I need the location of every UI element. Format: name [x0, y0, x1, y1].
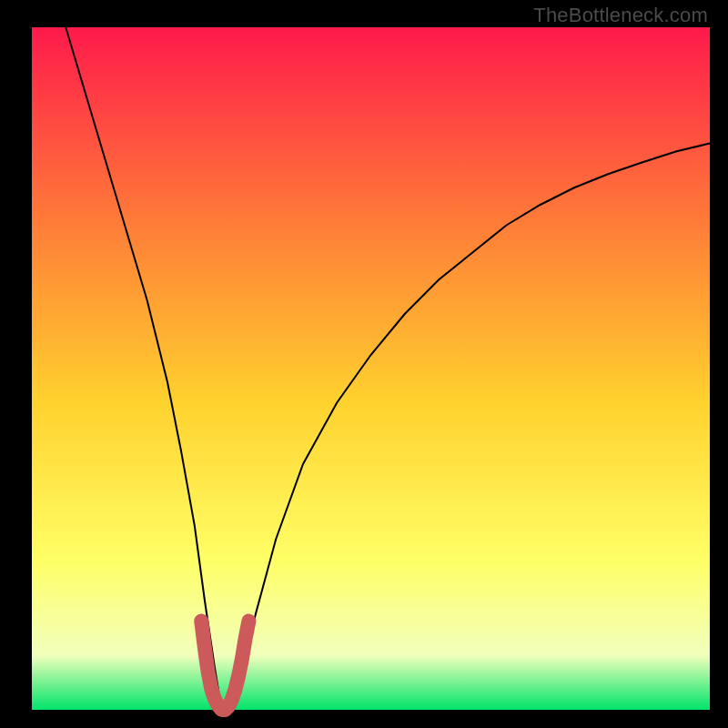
bottleneck-chart [0, 0, 728, 728]
plot-background [32, 27, 710, 710]
chart-container: TheBottleneck.com [0, 0, 728, 728]
watermark-text: TheBottleneck.com [533, 4, 708, 27]
